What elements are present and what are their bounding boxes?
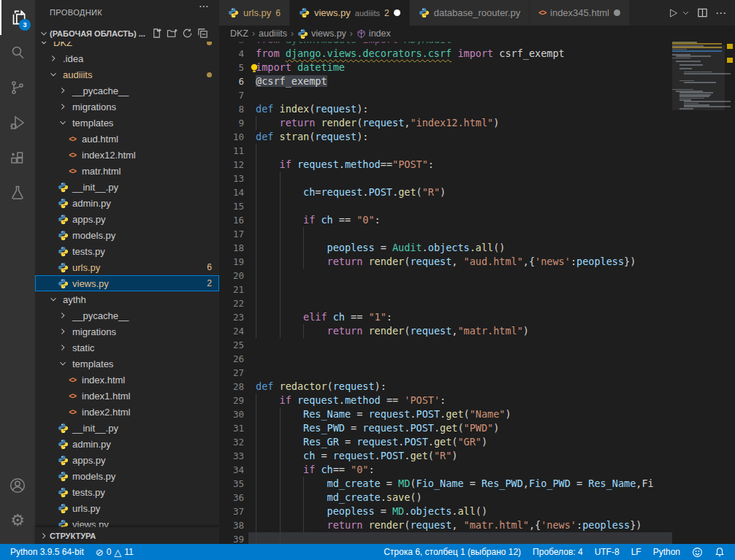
tree-item-migrations[interactable]: migrations <box>35 99 219 115</box>
minimap-viewport[interactable] <box>672 45 725 110</box>
tree-item-DKZ[interactable]: DKZ <box>35 42 219 50</box>
code-line-38[interactable]: 38 return render(request, "matr.html",{'… <box>219 518 672 532</box>
workspace-section-header[interactable]: (РАБОЧАЯ ОБЛАСТЬ) ... <box>35 26 219 42</box>
breadcrumb[interactable]: DKZ›audiiits›views.py›index <box>219 26 735 42</box>
notifications-icon[interactable] <box>709 544 731 560</box>
tree-item-.idea[interactable]: .idea <box>35 50 219 66</box>
collapse-all-icon[interactable] <box>197 28 208 40</box>
code-line-11[interactable]: 11 <box>219 144 672 158</box>
code-line-31[interactable]: 31 Res_PWD = request.POST.get("PWD") <box>219 421 672 435</box>
account-icon[interactable] <box>0 468 35 503</box>
testing-icon[interactable] <box>0 175 35 210</box>
tab-urls.py[interactable]: urls.py6 <box>219 0 290 26</box>
tree-item-__init__.py[interactable]: __init__.py <box>35 420 219 436</box>
tree-item-views.py[interactable]: views.py2 <box>35 275 219 291</box>
tree-item-apps.py[interactable]: apps.py <box>35 452 219 468</box>
run-button[interactable] <box>667 7 679 19</box>
tree-item-__pycache__[interactable]: __pycache__ <box>35 83 219 99</box>
editor-more-actions-button[interactable]: ⋯ <box>715 7 726 20</box>
code-line-32[interactable]: 32 Res_GR = request.POST.get("GR") <box>219 435 672 449</box>
code-line-24[interactable]: 24 return render(request,"matr.html") <box>219 324 672 338</box>
code-line-12[interactable]: 12 if request.method=="POST": <box>219 158 672 172</box>
tree-item-static[interactable]: static <box>35 340 219 356</box>
tree-item-__pycache__[interactable]: __pycache__ <box>35 307 219 323</box>
python-interpreter-status[interactable]: Python 3.9.5 64-bit <box>4 544 90 560</box>
code-line-21[interactable]: 21 <box>219 283 672 296</box>
code-line-3[interactable]: 3from aythh.models import MD,Audit <box>219 42 672 47</box>
dirty-indicator[interactable] <box>614 9 620 16</box>
code-line-20[interactable]: 20 <box>219 269 672 283</box>
overview-ruler[interactable] <box>725 42 735 544</box>
code-line-26[interactable]: 26 <box>219 352 672 366</box>
split-editor-button[interactable] <box>697 7 708 18</box>
language-mode-status[interactable]: Python <box>647 544 686 560</box>
code-line-37[interactable]: 37 peopless = MD.objects.all() <box>219 505 672 518</box>
lightbulb-icon[interactable] <box>250 63 259 72</box>
breadcrumb-item-audiiits[interactable]: audiiits <box>259 28 287 39</box>
tree-item-urls.py[interactable]: urls.py <box>35 500 219 516</box>
code-line-8[interactable]: 8def index(request): <box>219 102 672 116</box>
code-line-4[interactable]: 4from django.views.decorators.csrf impor… <box>219 47 672 61</box>
code-editor[interactable]: 3from aythh.models import MD,Audit4from … <box>219 42 672 544</box>
code-line-39[interactable]: 39 elif ch== "1": <box>219 532 672 544</box>
explorer-icon[interactable]: 3 <box>0 0 35 35</box>
tree-item-audiiits[interactable]: audiiits <box>35 66 219 83</box>
tab-database_roouter.py[interactable]: database_roouter.py <box>410 0 530 26</box>
code-line-13[interactable]: 13 <box>219 172 672 185</box>
tree-item-admin.py[interactable]: admin.py <box>35 436 219 452</box>
outline-section-header[interactable]: СТРУКТУРА <box>35 527 219 544</box>
tab-index345.html[interactable]: <>index345.html <box>530 0 630 26</box>
breadcrumb-item-DKZ[interactable]: DKZ <box>230 28 248 39</box>
indentation-status[interactable]: Пробелов: 4 <box>527 544 589 560</box>
tree-item-apps.py[interactable]: apps.py <box>35 211 219 227</box>
dirty-indicator[interactable] <box>394 9 400 16</box>
code-line-16[interactable]: 16 if ch == "0": <box>219 213 672 227</box>
tree-item-models.py[interactable]: models.py <box>35 468 219 484</box>
code-line-7[interactable]: 7 <box>219 88 672 102</box>
extensions-icon[interactable] <box>0 140 35 175</box>
tree-item-models.py[interactable]: models.py <box>35 227 219 243</box>
tab-views.py[interactable]: views.pyaudiiits2 <box>290 0 410 26</box>
run-debug-icon[interactable] <box>0 105 35 140</box>
code-line-15[interactable]: 15 <box>219 199 672 213</box>
minimap[interactable] <box>672 42 725 544</box>
code-line-10[interactable]: 10def stran(request): <box>219 130 672 144</box>
code-line-18[interactable]: 18 peopless = Audit.objects.all() <box>219 241 672 255</box>
tree-item-index.html[interactable]: <>index.html <box>35 372 219 388</box>
tree-item-aud.html[interactable]: <>aud.html <box>35 131 219 147</box>
code-line-17[interactable]: 17 <box>219 227 672 241</box>
code-line-28[interactable]: 28def redactor(request): <box>219 380 672 394</box>
run-dropdown-button[interactable] <box>682 9 690 17</box>
search-icon[interactable] <box>0 35 35 70</box>
eol-status[interactable]: LF <box>625 544 647 560</box>
tree-item-urls.py[interactable]: urls.py6 <box>35 259 219 275</box>
code-line-9[interactable]: 9 return render(request,"index12.html") <box>219 116 672 130</box>
tree-item-matr.html[interactable]: <>matr.html <box>35 163 219 179</box>
code-line-25[interactable]: 25 <box>219 338 672 352</box>
code-line-34[interactable]: 34 if ch== "0": <box>219 463 672 477</box>
code-line-23[interactable]: 23 elif ch == "1": <box>219 310 672 324</box>
source-control-icon[interactable] <box>0 70 35 105</box>
encoding-status[interactable]: UTF-8 <box>589 544 625 560</box>
breadcrumb-item-index[interactable]: index <box>357 28 391 39</box>
code-line-19[interactable]: 19 return render(request, "aud.html",{'n… <box>219 255 672 269</box>
code-line-29[interactable]: 29 if request.method == 'POST': <box>219 394 672 407</box>
tree-item-index1.html[interactable]: <>index1.html <box>35 388 219 404</box>
code-line-22[interactable]: 22 <box>219 296 672 310</box>
code-line-35[interactable]: 35 md_create = MD(Fio_Name = Res_PWD,Fio… <box>219 477 672 491</box>
breadcrumb-item-views.py[interactable]: views.py <box>297 28 346 39</box>
code-line-27[interactable]: 27 <box>219 366 672 380</box>
tree-item-admin.py[interactable]: admin.py <box>35 195 219 211</box>
tree-item-tests.py[interactable]: tests.py <box>35 484 219 500</box>
tree-item-views.py[interactable]: views.py <box>35 516 219 527</box>
explorer-more-actions-button[interactable]: ⋯ <box>199 0 209 12</box>
code-line-33[interactable]: 33 ch = request.POST.get("R") <box>219 449 672 463</box>
tree-item-templates[interactable]: templates <box>35 115 219 131</box>
problems-status[interactable]: ⊘ 0 △ 11 <box>90 544 140 560</box>
code-line-6[interactable]: 6@csrf_exempt <box>219 74 672 88</box>
code-line-30[interactable]: 30 Res_Name = request.POST.get("Name") <box>219 407 672 421</box>
code-line-36[interactable]: 36 md_create.save() <box>219 491 672 505</box>
tree-item-templates[interactable]: templates <box>35 356 219 372</box>
feedback-icon[interactable] <box>686 544 709 560</box>
tree-item-__init__.py[interactable]: __init__.py <box>35 179 219 195</box>
